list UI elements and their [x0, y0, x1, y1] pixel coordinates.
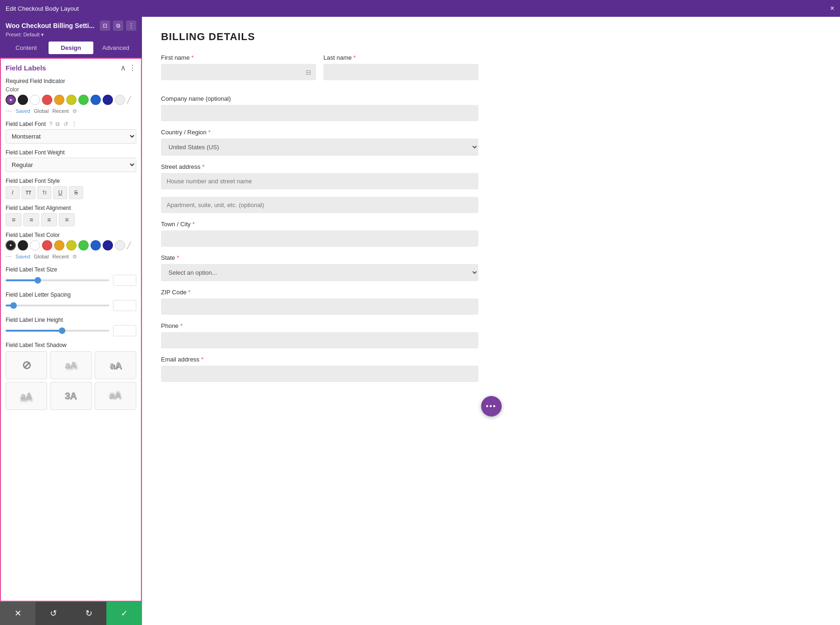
reset-icon[interactable]: ↺ — [63, 121, 68, 127]
swatch-settings-icon[interactable]: ⚙ — [72, 108, 77, 114]
text-color-swatch-green[interactable] — [78, 240, 89, 250]
text-color-swatch-black2[interactable] — [18, 240, 28, 250]
last-name-required: * — [353, 54, 356, 61]
text-color-swatches: ✦ ╱ — [6, 240, 136, 250]
last-name-field: Last name * — [323, 54, 478, 80]
color-swatch-orange[interactable] — [54, 95, 64, 105]
first-name-input[interactable] — [161, 64, 316, 80]
shadow-lift-option[interactable]: aA — [95, 382, 136, 410]
text-color-swatch-light[interactable] — [115, 240, 125, 250]
text-size-value[interactable]: 14px — [113, 275, 136, 286]
phone-input[interactable] — [161, 332, 478, 348]
tab-design[interactable]: Design — [49, 42, 93, 54]
text-size-slider[interactable] — [6, 279, 109, 281]
text-swatch-dots[interactable]: ··· — [6, 252, 12, 261]
font-select[interactable]: Montserrat — [6, 129, 136, 144]
sidebar-layout-btn[interactable]: ⧉ — [113, 21, 123, 31]
swatch-edit-icon[interactable]: ╱ — [127, 96, 131, 104]
sidebar-screenshot-btn[interactable]: ⊡ — [100, 21, 110, 31]
strikethrough-btn[interactable]: S — [69, 186, 83, 199]
more-icon[interactable]: ⋮ — [71, 121, 77, 127]
underline-btn[interactable]: U — [53, 186, 67, 199]
first-name-label: First name * — [161, 54, 316, 61]
street-address2-field — [161, 197, 478, 213]
letter-spacing-value[interactable]: 0px — [113, 300, 136, 311]
color-swatch-yellow[interactable] — [66, 95, 77, 105]
text-color-swatch-orange[interactable] — [54, 240, 64, 250]
text-swatch-meta: ··· Saved Global Recent ⚙ — [6, 252, 136, 261]
fab-button[interactable]: ••• — [481, 396, 502, 417]
save-button[interactable]: ✓ — [106, 602, 142, 625]
uppercase-btn[interactable]: TT — [21, 186, 35, 199]
align-left-btn[interactable]: ≡ — [6, 213, 21, 226]
line-height-slider[interactable] — [6, 330, 109, 332]
text-swatch-edit-icon[interactable]: ╱ — [127, 242, 131, 249]
required-field-label: Required Field Indicator — [6, 78, 136, 84]
collapse-icon[interactable]: ∧ — [120, 63, 126, 72]
swatch-dots[interactable]: ··· — [6, 107, 12, 115]
street-address2-input[interactable] — [161, 197, 478, 213]
line-height-slider-row: 2em — [6, 325, 136, 336]
company-name-input[interactable] — [161, 105, 478, 121]
color-swatch-purple[interactable]: ✦ — [6, 95, 16, 105]
section-more-icon[interactable]: ⋮ — [129, 63, 136, 72]
capitalize-btn[interactable]: Tt — [37, 186, 51, 199]
section-title: Field Labels — [6, 64, 46, 72]
field-label-text-color-label: Field Label Text Color — [6, 232, 136, 238]
field-label-font-style-row: Field Label Font Style I TT Tt U S — [6, 178, 136, 199]
sidebar-more-btn[interactable]: ⋮ — [126, 21, 136, 31]
field-label-text-align-label: Field Label Text Alignment — [6, 205, 136, 211]
shadow-hard-option[interactable]: aA — [95, 351, 136, 379]
shadow-outline-option[interactable]: 3A — [50, 382, 91, 410]
color-swatch-white[interactable] — [30, 95, 40, 105]
color-swatch-green[interactable] — [78, 95, 89, 105]
undo-button[interactable]: ↺ — [35, 602, 71, 625]
text-swatch-settings-icon[interactable]: ⚙ — [72, 254, 77, 260]
color-swatch-black[interactable] — [18, 95, 28, 105]
letter-spacing-slider[interactable] — [6, 305, 109, 306]
street-address-input[interactable] — [161, 173, 478, 189]
shadow-soft-option[interactable]: aA — [50, 351, 91, 379]
line-height-value[interactable]: 2em — [113, 325, 136, 336]
email-input[interactable] — [161, 366, 478, 382]
state-select[interactable]: Select an option... — [161, 264, 478, 281]
tab-content[interactable]: Content — [4, 42, 49, 54]
font-weight-select[interactable]: Regular — [6, 158, 136, 172]
country-select[interactable]: United States (US) — [161, 139, 478, 156]
swatch-saved: Saved — [15, 108, 30, 114]
text-swatch-saved: Saved — [15, 254, 30, 259]
cancel-button[interactable]: ✕ — [0, 602, 35, 625]
text-color-swatch-black[interactable]: ✦ — [6, 240, 16, 250]
copy-icon[interactable]: ⧉ — [56, 121, 60, 127]
field-label-font-style-label: Field Label Font Style — [6, 178, 136, 184]
color-swatch-light[interactable] — [115, 95, 125, 105]
field-label-line-height-label: Field Label Line Height — [6, 317, 136, 323]
text-color-swatch-navy[interactable] — [103, 240, 113, 250]
field-label-text-shadow-row: Field Label Text Shadow ⊘ aA aA aA 3A aA — [6, 342, 136, 410]
italic-btn[interactable]: I — [6, 186, 20, 199]
sidebar-preset[interactable]: Preset: Default ▾ — [6, 32, 136, 38]
shadow-none-option[interactable]: ⊘ — [6, 351, 47, 379]
last-name-input[interactable] — [323, 64, 478, 80]
color-swatch-blue[interactable] — [91, 95, 101, 105]
first-name-required: * — [191, 54, 194, 61]
close-button[interactable]: × — [830, 4, 834, 13]
text-color-swatch-red[interactable] — [42, 240, 52, 250]
color-swatch-red[interactable] — [42, 95, 52, 105]
tab-advanced[interactable]: Advanced — [93, 42, 138, 54]
state-label: State * — [161, 254, 478, 261]
help-icon[interactable]: ? — [49, 121, 52, 127]
zip-code-input[interactable] — [161, 299, 478, 315]
town-city-input[interactable] — [161, 230, 478, 247]
text-color-swatch-yellow[interactable] — [66, 240, 77, 250]
color-swatch-navy[interactable] — [103, 95, 113, 105]
name-row: First name * ⊟ Last name * — [161, 54, 478, 88]
text-color-swatch-white[interactable] — [30, 240, 40, 250]
align-right-btn[interactable]: ≡ — [41, 213, 57, 226]
align-center-btn[interactable]: ≡ — [23, 213, 39, 226]
align-buttons: ≡ ≡ ≡ ≡ — [6, 213, 136, 226]
text-color-swatch-blue[interactable] — [91, 240, 101, 250]
shadow-bottom-option[interactable]: aA — [6, 382, 47, 410]
redo-button[interactable]: ↻ — [71, 602, 106, 625]
align-justify-btn[interactable]: ≡ — [59, 213, 75, 226]
